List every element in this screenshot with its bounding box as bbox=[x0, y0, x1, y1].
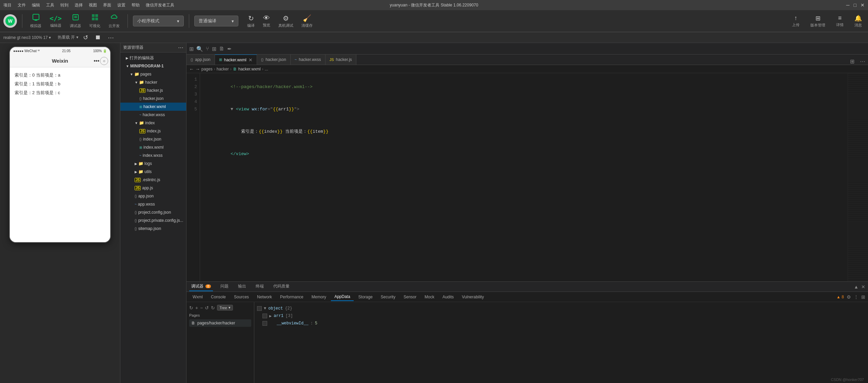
tab-new-icon[interactable]: ⊞ bbox=[188, 46, 195, 52]
pages-add-icon[interactable]: + bbox=[195, 305, 198, 311]
compile-button[interactable]: ↻ 编译 bbox=[244, 13, 257, 29]
menu-edit[interactable]: 编辑 bbox=[32, 2, 40, 8]
devtool-tab-mock[interactable]: Mock bbox=[421, 293, 438, 301]
menu-interface[interactable]: 界面 bbox=[103, 2, 111, 8]
version-button[interactable]: ⊞ 版本管理 bbox=[808, 13, 828, 29]
debug-up-icon[interactable]: ▲ bbox=[854, 284, 859, 290]
close-button[interactable]: ✕ bbox=[861, 2, 865, 8]
devtool-tab-wxml[interactable]: Wxml bbox=[189, 293, 206, 301]
pages-sub-icon[interactable]: − bbox=[200, 305, 203, 311]
menu-help[interactable]: 帮助 bbox=[132, 2, 140, 8]
index-wxss-file[interactable]: ~ index.wxss bbox=[120, 151, 186, 159]
maximize-button[interactable]: □ bbox=[854, 2, 856, 8]
tab-search-icon[interactable]: 🔍 bbox=[195, 46, 204, 52]
upload-button[interactable]: ↑ 上传 bbox=[789, 13, 802, 29]
menu-settings[interactable]: 设置 bbox=[117, 2, 125, 8]
debug-tab-terminal[interactable]: 终端 bbox=[254, 282, 266, 291]
minimize-button[interactable]: ─ bbox=[846, 2, 850, 8]
simulator-button[interactable]: 模拟器 bbox=[27, 12, 44, 30]
page-item-hacker[interactable]: 🗎 pages/hacker/hacker bbox=[189, 319, 251, 327]
notification-button[interactable]: 🔔 消息 bbox=[852, 13, 865, 29]
visual-button[interactable]: 可视化 bbox=[86, 12, 103, 30]
devtool-tab-security[interactable]: Security bbox=[377, 293, 399, 301]
index-folder[interactable]: ▼ 📁 index bbox=[120, 119, 186, 127]
devtool-tab-memory[interactable]: Memory bbox=[308, 293, 330, 301]
projectconfig-file[interactable]: {} project.config.json bbox=[120, 208, 186, 216]
debug-tab-issues[interactable]: 问题 bbox=[218, 282, 231, 291]
tree-selector[interactable]: Tree ▾ bbox=[217, 305, 233, 311]
tab-hackerjs[interactable]: JS hacker.js bbox=[326, 55, 356, 65]
devtool-tab-sensor[interactable]: Sensor bbox=[400, 293, 420, 301]
devtools-expand-icon[interactable]: ⊞ bbox=[861, 294, 865, 300]
index-wxml-file[interactable]: ⊞ index.wxml bbox=[120, 143, 186, 151]
tab-appjson[interactable]: {} app.json bbox=[186, 55, 215, 65]
preview-button[interactable]: 👁 预览 bbox=[260, 13, 273, 29]
code-content[interactable]: <!--pages/hacker/hacker.wxml--> ▼ <view … bbox=[200, 73, 848, 281]
hacker-folder[interactable]: ▼ 📁 hacker bbox=[120, 78, 186, 86]
hacker-json-file[interactable]: {} hacker.json bbox=[120, 94, 186, 103]
filetree-more-icon[interactable]: ⋯ bbox=[178, 44, 183, 51]
appjson-file[interactable]: {} app.json bbox=[120, 192, 186, 200]
tab-hackerwxss[interactable]: ~ hacker.wxss bbox=[291, 55, 326, 65]
debugger-button[interactable]: 调试器 bbox=[67, 12, 84, 30]
realdevice-button[interactable]: ⚙ 真机调试 bbox=[276, 13, 296, 29]
menu-select[interactable]: 选择 bbox=[75, 2, 83, 8]
data-checkbox-2[interactable] bbox=[262, 314, 267, 318]
editor-button[interactable]: </> 编辑器 bbox=[47, 13, 64, 29]
devtool-tab-storage[interactable]: Storage bbox=[355, 293, 376, 301]
hackerwxml-close-button[interactable]: ✕ bbox=[249, 57, 253, 63]
details-button[interactable]: ≡ 详情 bbox=[833, 13, 846, 29]
devtool-tab-sources[interactable]: Sources bbox=[231, 293, 252, 301]
tab-hackerwxml[interactable]: ⊞ hacker.wxml ✕ bbox=[215, 55, 257, 65]
devtool-tab-audits[interactable]: Audits bbox=[439, 293, 457, 301]
devtool-tab-vulnerability[interactable]: Vulnerability bbox=[458, 293, 487, 301]
split-editor-button[interactable]: ⊞ bbox=[847, 58, 857, 65]
tab-brush-icon[interactable]: ✒ bbox=[226, 46, 233, 52]
device-label[interactable]: realme gt neo3 100% 17 ▾ bbox=[3, 35, 51, 40]
pages-folder[interactable]: ▼ 📁 pages bbox=[120, 70, 186, 78]
tab-file-icon[interactable]: 🗎 bbox=[218, 46, 226, 52]
pages-back-icon[interactable]: ↺ bbox=[205, 305, 209, 311]
tab-hackerjson[interactable]: {} hacker.json bbox=[257, 55, 291, 65]
breadcrumb-forward-icon[interactable]: → bbox=[195, 66, 200, 72]
data-checkbox-3[interactable] bbox=[262, 321, 267, 326]
utils-folder[interactable]: ▶ 📁 utils bbox=[120, 168, 186, 176]
projectprivate-file[interactable]: {} project.private.config.js... bbox=[120, 216, 186, 225]
menu-file[interactable]: 文件 bbox=[18, 2, 26, 8]
pages-forward-icon[interactable]: ↻ bbox=[211, 305, 215, 311]
clearcache-button[interactable]: 🧹 清缓存 bbox=[299, 13, 315, 29]
mode-selector[interactable]: 小程序模式 ▾ bbox=[133, 16, 184, 26]
appwxss-file[interactable]: ~ app.wxss bbox=[120, 200, 186, 208]
index-js-file[interactable]: JS index.js bbox=[120, 127, 186, 135]
project-root[interactable]: ▼ MINIPROGRAM-1 bbox=[120, 62, 186, 70]
debug-tab-quality[interactable]: 代码质量 bbox=[271, 282, 292, 291]
devtool-tab-console[interactable]: Console bbox=[208, 293, 229, 301]
compile-selector[interactable]: 普通编译 ▾ bbox=[194, 16, 238, 26]
eslintrc-file[interactable]: JS .eslintrc.js bbox=[120, 176, 186, 184]
open-editors-section[interactable]: ▶ 打开的编辑器 bbox=[120, 54, 186, 62]
hacker-js-file[interactable]: JS hacker.js bbox=[120, 86, 186, 94]
menu-wechat-devtools[interactable]: 微信开发者工具 bbox=[146, 2, 174, 8]
breadcrumb-back-icon[interactable]: ← bbox=[189, 66, 194, 72]
devtool-tab-network[interactable]: Network bbox=[254, 293, 275, 301]
debug-tab-output[interactable]: 输出 bbox=[236, 282, 248, 291]
tab-grid-icon[interactable]: ⊞ bbox=[211, 46, 218, 52]
appjs-file[interactable]: JS app.js bbox=[120, 184, 186, 192]
devtool-tab-appdata[interactable]: AppData bbox=[331, 293, 354, 301]
menu-project[interactable]: 项目 bbox=[3, 2, 12, 8]
pages-refresh-icon[interactable]: ↻ bbox=[189, 305, 193, 311]
logs-folder[interactable]: ▶ 📁 logs bbox=[120, 159, 186, 168]
hotreload-label[interactable]: 热重载 开 ▾ bbox=[58, 35, 78, 40]
data-checkbox-1[interactable] bbox=[257, 306, 262, 311]
refresh-btn[interactable]: ↺ bbox=[81, 33, 90, 42]
data-arrow-object[interactable]: ▼ bbox=[264, 306, 266, 311]
tab-branch-icon[interactable]: ⑂ bbox=[204, 46, 211, 52]
more-btn[interactable]: ⋯ bbox=[106, 33, 116, 42]
code-editor[interactable]: 1 2 3 4 5 <!--pages/hacker/hacker.wxml--… bbox=[186, 73, 868, 281]
more-tabs-button[interactable]: ⋯ bbox=[857, 58, 868, 65]
debug-close-icon[interactable]: ✕ bbox=[861, 284, 865, 290]
hacker-wxml-file[interactable]: ⊞ hacker.wxml bbox=[120, 103, 186, 111]
devtool-tab-performance[interactable]: Performance bbox=[277, 293, 307, 301]
data-arrow-arr1[interactable]: ▶ bbox=[269, 314, 272, 319]
debug-tab-debugger[interactable]: 调试器 8 bbox=[189, 282, 213, 291]
